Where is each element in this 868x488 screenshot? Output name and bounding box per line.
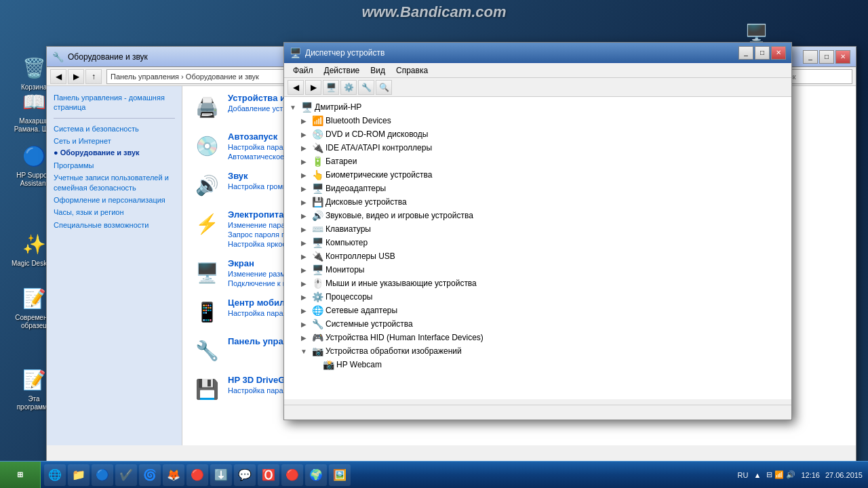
tree-cpu[interactable]: ▶ ⚙️ Процессоры	[288, 290, 788, 304]
imaging-icon: 📷	[311, 345, 323, 357]
tree-webcam[interactable]: ▶ 📸 HP Webcam	[288, 358, 788, 371]
expand-ide[interactable]: ▶	[298, 142, 309, 153]
tree-monitors[interactable]: ▶ 🖥️ Мониторы	[288, 263, 788, 277]
tree-root[interactable]: ▼ 🖥️ Дмитрий-HP	[288, 100, 788, 114]
taskbar-chrome[interactable]: 🔴	[186, 464, 208, 486]
tree-network[interactable]: ▶ 🌐 Сетевые адаптеры	[288, 304, 788, 317]
menu-file[interactable]: Файл	[288, 64, 319, 77]
tree-system[interactable]: ▶ 🔧 Системные устройства	[288, 317, 788, 331]
sidebar-item-appearance[interactable]: Оформление и персонализация	[54, 195, 175, 205]
tree-sound[interactable]: ▶ 🔊 Звуковые, видео и игровые устройства	[288, 209, 788, 222]
expand-usb[interactable]: ▶	[298, 251, 309, 262]
tree-dvd[interactable]: ▶ 💿 DVD и CD-ROM дисководы	[288, 127, 788, 141]
toolbar-properties[interactable]: ⚙️	[340, 80, 357, 95]
toolbar-refresh[interactable]: 🖥️	[323, 80, 339, 95]
expand-biometric[interactable]: ▶	[298, 169, 309, 180]
expand-network[interactable]: ▶	[298, 305, 309, 316]
sidebar-item-accessibility[interactable]: Специальные возможности	[54, 220, 175, 230]
cp-sidebar: Панель управления - домашняя страница Си…	[47, 86, 182, 445]
sidebar-item-programs[interactable]: Программы	[54, 161, 175, 170]
start-button[interactable]: ⊞	[0, 462, 41, 489]
sidebar-item-accounts[interactable]: Учетные записи пользователей и семейная …	[54, 173, 175, 192]
tree-bluetooth[interactable]: ▶ 📶 Bluetooth Devices	[288, 114, 788, 127]
taskbar-ie[interactable]: 🌐	[44, 464, 66, 486]
tree-mice[interactable]: ▶ 🖱️ Мыши и иные указывающие устройства	[288, 277, 788, 290]
forward-button[interactable]: ▶	[68, 69, 84, 84]
expand-monitors[interactable]: ▶	[298, 264, 309, 275]
dm-window-controls: _ □ ✕	[738, 46, 786, 60]
expand-bluetooth[interactable]: ▶	[298, 115, 309, 126]
menu-view[interactable]: Вид	[365, 64, 391, 77]
taskbar-lang[interactable]: 🌍	[305, 464, 327, 486]
mice-label: Мыши и иные указывающие устройства	[326, 279, 477, 288]
sidebar-divider	[54, 118, 175, 119]
minimize-button[interactable]: _	[803, 50, 818, 64]
expand-video[interactable]: ▶	[298, 183, 309, 194]
tree-ide[interactable]: ▶ 🔌 IDE ATA/ATAPI контроллеры	[288, 141, 788, 155]
taskbar-hp[interactable]: 🔵	[92, 464, 113, 486]
tree-disk[interactable]: ▶ 💾 Дисковые устройства	[288, 195, 788, 209]
dm-titlebar: 🖥️ Диспетчер устройств _ □ ✕	[284, 43, 791, 63]
taskbar-ie2[interactable]: 🌀	[139, 464, 161, 486]
bluetooth-label: Bluetooth Devices	[326, 116, 391, 125]
menu-help[interactable]: Справка	[391, 64, 433, 77]
taskbar-stop[interactable]: 🔴	[281, 464, 303, 486]
tree-usb[interactable]: ▶ 🔌 Контроллеры USB	[288, 249, 788, 263]
expand-computer[interactable]: ▶	[298, 237, 309, 248]
expand-cpu[interactable]: ▶	[298, 291, 309, 302]
taskbar-opera[interactable]: 🅾️	[258, 464, 279, 486]
address-text: Панель управления › Оборудование и звук	[111, 73, 259, 81]
disk-icon: 💾	[311, 196, 323, 208]
maximize-button[interactable]: □	[819, 50, 834, 64]
expand-battery[interactable]: ▶	[298, 156, 309, 167]
toolbar-back[interactable]: ◀	[288, 80, 304, 95]
dm-maximize-button[interactable]: □	[755, 46, 770, 60]
sound-icon: 🔊	[193, 171, 221, 199]
toolbar-forward[interactable]: ▶	[305, 80, 321, 95]
tree-keyboard[interactable]: ▶ ⌨️ Клавиатуры	[288, 222, 788, 236]
taskbar-firefox[interactable]: 🦊	[163, 464, 184, 486]
magic-icon: ✨	[20, 230, 47, 258]
toolbar-driver[interactable]: 🔧	[358, 80, 374, 95]
tree-battery[interactable]: ▶ 🔋 Батареи	[288, 155, 788, 168]
dm-close-button[interactable]: ✕	[771, 46, 786, 60]
sidebar-item-system[interactable]: Система и безопасность	[54, 124, 175, 134]
menu-action[interactable]: Действие	[319, 64, 366, 77]
toolbar-scan[interactable]: 🔍	[376, 80, 392, 95]
taskbar-explorer[interactable]: 📁	[68, 464, 90, 486]
expand-root[interactable]: ▼	[288, 102, 298, 113]
expand-system[interactable]: ▶	[298, 319, 309, 329]
back-button[interactable]: ◀	[50, 69, 66, 84]
tree-biometric[interactable]: ▶ 👆 Биометрические устройства	[288, 168, 788, 182]
taskbar-img[interactable]: 🖼️	[329, 464, 351, 486]
taskbar-torrent[interactable]: ⬇️	[210, 464, 232, 486]
taskbar-antivirus[interactable]: ✔️	[115, 464, 137, 486]
expand-keyboard[interactable]: ▶	[298, 224, 309, 235]
expand-mice[interactable]: ▶	[298, 278, 309, 289]
taskbar-right: RU ▲ ⊟ 📶 🔊 12:16 27.06.2015	[732, 470, 869, 479]
expand-dvd[interactable]: ▶	[298, 129, 309, 140]
computer-label: Компьютер	[326, 238, 368, 247]
expand-hid[interactable]: ▶	[298, 332, 309, 343]
tree-video[interactable]: ▶ 🖥️ Видеоадаптеры	[288, 182, 788, 195]
taskbar-icons-sys: ⊟ 📶 🔊	[766, 470, 795, 479]
tree-hid[interactable]: ▶ 🎮 Устройства HID (Human Interface Devi…	[288, 331, 788, 344]
expand-disk[interactable]: ▶	[298, 197, 309, 207]
sidebar-item-clock[interactable]: Часы, язык и регион	[54, 207, 175, 217]
network-icon: 🌐	[311, 304, 323, 317]
tree-computer[interactable]: ▶ 🖥️ Компьютер	[288, 236, 788, 249]
sidebar-home-link[interactable]: Панель управления - домашняя страница	[54, 93, 175, 113]
tree-imaging[interactable]: ▼ 📷 Устройства обработки изображений	[288, 344, 788, 358]
expand-sound[interactable]: ▶	[298, 210, 309, 221]
taskbar-arrow: ▲	[753, 471, 761, 479]
dm-toolbar: ◀ ▶ 🖥️ ⚙️ 🔧 🔍	[284, 78, 791, 97]
mobile-icon: 📱	[193, 298, 221, 326]
dm-minimize-button[interactable]: _	[738, 46, 753, 60]
book-icon: 📖	[20, 88, 47, 115]
close-button[interactable]: ✕	[835, 50, 850, 64]
sidebar-item-network[interactable]: Сеть и Интернет	[54, 136, 175, 146]
up-button[interactable]: ↑	[85, 69, 102, 84]
dm-title-text: Диспетчер устройств	[305, 48, 738, 58]
expand-imaging[interactable]: ▼	[298, 346, 309, 357]
taskbar-skype[interactable]: 💬	[234, 464, 256, 486]
